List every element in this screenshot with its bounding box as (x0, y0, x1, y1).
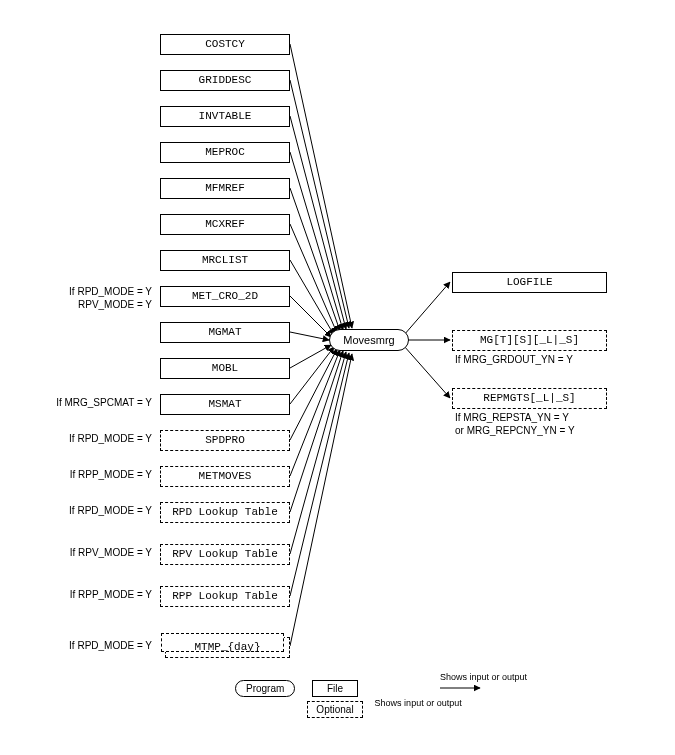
input-mtmp: MTMP_{day} (165, 637, 290, 658)
svg-line-2 (290, 116, 346, 329)
input-costcy: COSTCY (160, 34, 290, 55)
cond-mtmp: If RPD_MODE = Y (28, 640, 152, 653)
legend-arrow-label: Shows input or output (375, 698, 462, 708)
input-meproc: MEPROC (160, 142, 290, 163)
svg-line-7 (290, 296, 331, 337)
input-mfmref: MFMREF (160, 178, 290, 199)
input-mgmat: MGMAT (160, 322, 290, 343)
input-invtable: INVTABLE (160, 106, 290, 127)
svg-line-0 (290, 44, 352, 328)
input-metcro2d: MET_CRO_2D (160, 286, 290, 307)
svg-line-8 (290, 332, 329, 340)
input-rpdlut: RPD Lookup Table (160, 502, 290, 523)
legend: Program File Optional Shows input or out… (235, 680, 462, 718)
svg-line-11 (290, 349, 337, 440)
input-mcxref: MCXREF (160, 214, 290, 235)
input-mrclist: MRCLIST (160, 250, 290, 271)
cond-mgts: If MRG_GRDOUT_YN = Y (455, 354, 635, 367)
input-mobl: MOBL (160, 358, 290, 379)
cond-repmgts: If MRG_REPSTA_YN = Y or MRG_REPCNY_YN = … (455, 412, 635, 437)
svg-line-6 (290, 260, 334, 335)
svg-line-17 (404, 282, 450, 335)
svg-line-5 (290, 224, 337, 333)
svg-line-3 (290, 152, 343, 330)
input-griddesc: GRIDDESC (160, 70, 290, 91)
output-repmgts: REPMGTS[_L|_S] (452, 388, 607, 409)
cond-rpvlut: If RPV_MODE = Y (28, 547, 152, 560)
svg-line-15 (290, 353, 349, 596)
svg-line-14 (290, 352, 346, 554)
output-mgts: MG[T][S][_L|_S] (452, 330, 607, 351)
cond-rpplut: If RPP_MODE = Y (28, 589, 152, 602)
legend-program: Program (235, 680, 295, 697)
output-logfile: LOGFILE (452, 272, 607, 293)
cond-rpdlut: If RPD_MODE = Y (28, 505, 152, 518)
program-movesmrg: Movesmrg (329, 329, 409, 351)
input-rpplut: RPP Lookup Table (160, 586, 290, 607)
cond-metmoves: If RPP_MODE = Y (28, 469, 152, 482)
svg-line-12 (290, 350, 340, 476)
svg-line-1 (290, 80, 349, 328)
svg-line-9 (290, 345, 331, 368)
svg-line-16 (290, 354, 352, 646)
input-msmat: MSMAT (160, 394, 290, 415)
legend-optional: Optional (307, 701, 362, 718)
cond-msmat: If MRG_SPCMAT = Y (28, 397, 152, 410)
svg-line-10 (290, 347, 334, 404)
legend-file: File (312, 680, 358, 697)
cond-spdpro: If RPD_MODE = Y (28, 433, 152, 446)
svg-line-19 (404, 346, 450, 398)
cond-metcro2d: If RPD_MODE = Y RPV_MODE = Y (28, 286, 152, 311)
svg-line-13 (290, 351, 343, 512)
svg-line-4 (290, 188, 340, 331)
legend-arrow-caption: Shows input or output (440, 672, 527, 682)
input-metmoves: METMOVES (160, 466, 290, 487)
input-spdpro: SPDPRO (160, 430, 290, 451)
input-rpvlut: RPV Lookup Table (160, 544, 290, 565)
